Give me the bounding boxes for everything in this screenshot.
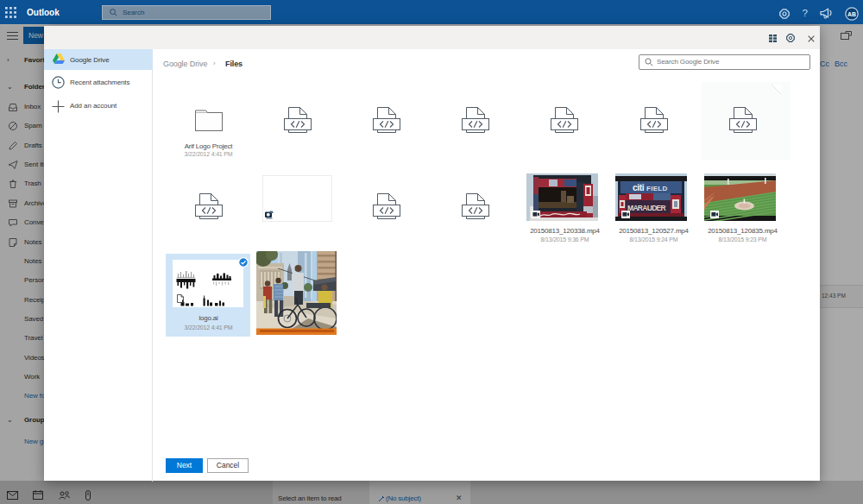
svg-text:citi: citi (633, 182, 645, 192)
svg-text:AB: AB (847, 11, 856, 17)
svg-text:MARAUDER: MARAUDER (627, 204, 666, 212)
svg-text:FIELD: FIELD (646, 185, 668, 192)
